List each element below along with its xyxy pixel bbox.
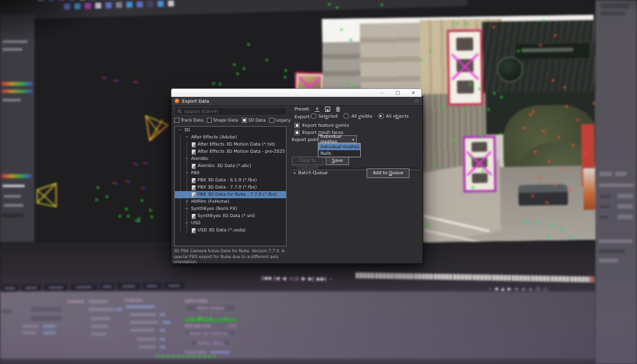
tracker-dot[interactable] xyxy=(248,44,250,46)
tracker-dot[interactable] xyxy=(430,50,432,52)
tracker-dot[interactable] xyxy=(456,23,458,25)
toolbar-icon[interactable] xyxy=(58,0,64,1)
preset-delete-icon[interactable] xyxy=(334,105,341,112)
tracker-dot[interactable] xyxy=(569,190,571,192)
panel-tab[interactable] xyxy=(118,283,140,291)
tree-row[interactable]: Alembic 3D Data (*.abc) xyxy=(175,162,286,170)
data-category-tab[interactable]: Shape Data xyxy=(207,118,239,123)
tracker-dot[interactable] xyxy=(346,83,348,84)
panel-tab[interactable] xyxy=(44,284,68,292)
cleanup-features-button[interactable]: Clean Up Features... xyxy=(185,329,237,337)
tracker-dot[interactable] xyxy=(585,153,587,155)
data-category-tab[interactable]: 3D Data xyxy=(242,118,266,123)
tracker-dot[interactable] xyxy=(478,88,480,90)
tracker-dot[interactable] xyxy=(352,85,354,87)
toolbar-icon[interactable] xyxy=(157,1,163,6)
tracker-dot[interactable] xyxy=(97,187,99,188)
save-button[interactable]: Save xyxy=(326,157,349,165)
tracker-dot[interactable] xyxy=(543,20,545,21)
tracker-dot[interactable] xyxy=(125,180,127,182)
export-scope-radio[interactable]: All objects xyxy=(378,113,409,119)
tracker-dot[interactable] xyxy=(133,81,135,83)
tracker-dot[interactable] xyxy=(535,222,537,224)
tracker-dot[interactable] xyxy=(554,184,556,186)
tracker-dot[interactable] xyxy=(470,156,472,158)
tree-row[interactable]: 3D xyxy=(175,127,286,134)
tracker-dot[interactable] xyxy=(534,151,536,153)
tracker-dot[interactable] xyxy=(237,73,239,75)
tree-expander-icon[interactable] xyxy=(185,198,189,205)
tree-row[interactable]: FBX 3D Data - 7.7.0 (*.fbx) xyxy=(175,184,286,191)
tracker-dot[interactable] xyxy=(135,220,137,222)
tracker-dot[interactable] xyxy=(285,70,287,72)
tracker-dot[interactable] xyxy=(150,209,151,211)
tracker-dot[interactable] xyxy=(586,195,588,197)
tracker-dot[interactable] xyxy=(530,114,532,116)
transport-button[interactable]: |◀ xyxy=(274,276,280,281)
tracker-dot[interactable] xyxy=(550,224,552,226)
tracker-dot[interactable] xyxy=(112,182,114,184)
tracker-dot[interactable] xyxy=(543,130,545,132)
tracker-dot[interactable] xyxy=(421,59,422,61)
toolbar-icon[interactable] xyxy=(147,1,153,7)
tree-row[interactable]: SynthEyes 3D Data (*.sni) xyxy=(175,213,286,220)
tracker-dot[interactable] xyxy=(428,224,430,226)
tree-row[interactable]: After Effects 3D Motion Data - pre-2025 … xyxy=(175,148,286,155)
tracker-dot[interactable] xyxy=(540,44,541,46)
refine-solve-button[interactable]: Refine Solve xyxy=(190,339,231,346)
tracker-dot[interactable] xyxy=(532,195,534,197)
preset-load-icon[interactable] xyxy=(313,105,320,112)
tracker-dot[interactable] xyxy=(517,50,519,52)
tracker-dot[interactable] xyxy=(219,83,221,85)
tracker-dot[interactable] xyxy=(328,3,330,5)
tracker-dot[interactable] xyxy=(538,177,540,179)
batch-queue-disclosure[interactable]: ▾ Batch Queue xyxy=(294,170,328,176)
toolbar-icon[interactable] xyxy=(64,3,70,9)
favorite-star-icon[interactable]: ☆ xyxy=(414,98,419,104)
tracker-dot[interactable] xyxy=(560,228,562,230)
tree-row[interactable]: FBX 3D Data - 6.1.0 (*.fbx) xyxy=(175,177,286,184)
tracker-dot[interactable] xyxy=(593,102,595,104)
toolbar-icon[interactable] xyxy=(105,3,111,8)
panel-tab[interactable] xyxy=(1,285,18,292)
tracker-dot[interactable] xyxy=(493,92,495,94)
tree-row[interactable]: SynthEyes (Boris FX) xyxy=(175,205,286,213)
add-to-queue-button[interactable]: Add to Queue xyxy=(367,168,410,178)
transport-button[interactable]: ▶| xyxy=(308,276,314,281)
tracker-dot[interactable] xyxy=(523,127,525,129)
copy-to-clipboard-button[interactable]: Copy to Clipboard xyxy=(292,157,323,165)
export-option-checkbox[interactable]: Export feature points xyxy=(294,122,349,129)
tree-expander-icon[interactable] xyxy=(185,170,189,177)
tracker-dot[interactable] xyxy=(558,136,560,138)
tracker-dot[interactable] xyxy=(336,6,338,8)
tracker-dot[interactable] xyxy=(577,119,578,121)
tracker-dot[interactable] xyxy=(481,135,483,137)
panel-button[interactable] xyxy=(30,306,62,313)
tracker-dot[interactable] xyxy=(266,59,268,61)
tracker-dot[interactable] xyxy=(151,216,153,218)
tracker-dot[interactable] xyxy=(566,105,567,107)
transport-button[interactable]: ◁ xyxy=(289,276,292,281)
toolbar-icon[interactable] xyxy=(74,3,80,9)
tracker-dot[interactable] xyxy=(548,161,550,162)
close-button[interactable]: ✕ xyxy=(406,89,421,97)
tracker-dot[interactable] xyxy=(102,77,104,79)
tracker-dot[interactable] xyxy=(284,76,286,78)
tracker-dot[interactable] xyxy=(466,23,468,25)
tracker-dot[interactable] xyxy=(381,4,383,6)
tree-row[interactable]: USD 3D Data (*.usda) xyxy=(175,227,286,234)
tree-row[interactable]: FBX xyxy=(175,170,286,177)
tracker-dot[interactable] xyxy=(564,86,566,88)
tracker-dot[interactable] xyxy=(441,106,443,108)
tracker-dot[interactable] xyxy=(453,139,455,141)
transport-button[interactable]: – xyxy=(329,276,332,282)
tracker-dot[interactable] xyxy=(488,109,489,110)
tracker-dot[interactable] xyxy=(499,133,501,135)
minimize-button[interactable]: – xyxy=(374,89,390,97)
tracker-dot[interactable] xyxy=(569,236,571,238)
tracker-dot[interactable] xyxy=(106,196,108,198)
tracker-dot[interactable] xyxy=(532,110,534,112)
tracker-dot[interactable] xyxy=(472,187,474,188)
dialog-titlebar[interactable]: – ▢ ✕ xyxy=(171,88,422,97)
toolbar-icon[interactable] xyxy=(38,0,44,1)
